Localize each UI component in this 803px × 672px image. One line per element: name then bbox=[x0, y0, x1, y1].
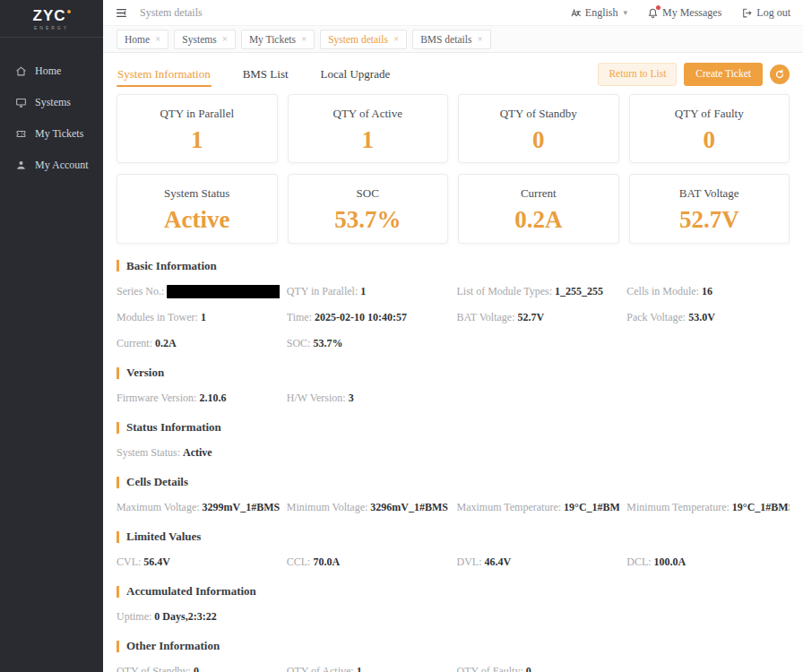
detail-item-value: 70.0A bbox=[313, 556, 340, 568]
section-marker bbox=[117, 477, 119, 488]
breadcrumb-tag-label: BMS details bbox=[420, 34, 471, 45]
stat-card-value: 53.7% bbox=[292, 207, 445, 232]
sidebar-nav: HomeSystemsMy TicketsMy Account bbox=[0, 38, 103, 181]
breadcrumb-tag-my-tickets[interactable]: My Tickets× bbox=[241, 30, 315, 49]
detail-item-current: Current0.2A bbox=[117, 337, 280, 350]
detail-item-soc: SOC53.7% bbox=[287, 337, 450, 350]
section-title-text: Status Information bbox=[126, 420, 221, 435]
refresh-button[interactable] bbox=[770, 65, 790, 84]
breadcrumb-tag-bms-details[interactable]: BMS details× bbox=[412, 30, 490, 49]
detail-item-value: 53.0V bbox=[688, 311, 715, 323]
detail-item-value: 3296mV_1#BMS bbox=[370, 501, 448, 513]
detail-item-qty-of-active: QTY of Active1 bbox=[287, 665, 450, 672]
detail-item-value: 0 Days,2:3:22 bbox=[154, 610, 216, 623]
stat-card-label: QTY of Faulty bbox=[634, 107, 786, 121]
detail-item-label: DVL bbox=[457, 556, 485, 568]
detail-item-label: H/W Version bbox=[287, 392, 349, 404]
tab-local-upgrade[interactable]: Local Upgrade bbox=[320, 58, 392, 90]
section-version: VersionFirmware Version2.10.6H/W Version… bbox=[117, 366, 790, 405]
section-marker bbox=[117, 641, 119, 652]
detail-item-ccl: CCL70.0A bbox=[287, 556, 450, 569]
section-header: Accumulated Information bbox=[117, 584, 790, 599]
section-header: Limited Values bbox=[117, 530, 790, 544]
detail-item-label: List of Module Types bbox=[457, 285, 556, 297]
detail-item-value: 1_255_255 bbox=[555, 285, 603, 297]
section-status-information: Status InformationSystem StatusActive bbox=[117, 420, 790, 460]
section-marker bbox=[117, 260, 119, 271]
create-ticket-button[interactable]: Create Ticket bbox=[684, 63, 763, 86]
systems-icon bbox=[15, 97, 27, 108]
section-items: QTY of Standby0QTY of Active1QTY of Faul… bbox=[117, 665, 790, 672]
sidebar-item-my-tickets[interactable]: My Tickets bbox=[0, 118, 103, 150]
stat-card-system-status: System StatusActive bbox=[117, 174, 278, 243]
detail-item-dcl: DCL100.0A bbox=[626, 556, 790, 569]
logo-text: ZYC bbox=[0, 8, 103, 23]
close-icon[interactable]: × bbox=[222, 34, 228, 44]
app-window: ZYC ENERGY HomeSystemsMy TicketsMy Accou… bbox=[0, 0, 803, 672]
unread-badge bbox=[656, 5, 661, 10]
breadcrumb-tag-home[interactable]: Home× bbox=[117, 30, 168, 49]
detail-item-maximum-voltage: Maximum Voltage3299mV_1#BMS bbox=[117, 501, 280, 514]
breadcrumb-tag-system-details[interactable]: System details× bbox=[320, 30, 407, 49]
detail-item-label: System Status bbox=[117, 446, 183, 459]
detail-item-label: Cells in Module bbox=[626, 285, 702, 297]
my-messages[interactable]: My Messages bbox=[647, 6, 721, 20]
detail-item-value: 0 bbox=[194, 665, 199, 672]
section-accumulated-information: Accumulated InformationUptime0 Days,2:3:… bbox=[117, 584, 790, 624]
stat-card-value: 0 bbox=[462, 127, 615, 152]
detail-item-maximum-temperature: Maximum Temperature19°C_1#BMS bbox=[457, 501, 620, 514]
detail-item-cvl: CVL56.4V bbox=[117, 556, 280, 569]
breadcrumb-tag-label: System details bbox=[328, 34, 388, 45]
detail-item-time: Time2025-02-10 10:40:57 bbox=[287, 311, 450, 324]
close-icon[interactable]: × bbox=[393, 34, 399, 44]
stat-card-label: System Status bbox=[121, 186, 273, 201]
logout[interactable]: Log out bbox=[741, 6, 790, 20]
tickets-icon bbox=[15, 128, 27, 140]
bell-icon bbox=[647, 7, 659, 19]
detail-item-value: 16 bbox=[702, 285, 712, 297]
detail-item-value: 1 bbox=[357, 665, 362, 672]
tab-bms-list[interactable]: BMS List bbox=[242, 58, 289, 90]
tab-system-information[interactable]: System Information bbox=[117, 58, 212, 90]
section-items: CVL56.4VCCL70.0ADVL46.4VDCL100.0A bbox=[117, 556, 790, 569]
section-title-text: Limited Values bbox=[126, 530, 201, 544]
close-icon[interactable]: × bbox=[301, 34, 307, 44]
page-title: System details bbox=[140, 6, 203, 20]
sidebar-item-my-account[interactable]: My Account bbox=[0, 150, 103, 181]
detail-item-label: QTY in Parallel bbox=[287, 285, 361, 297]
language-label: English bbox=[585, 6, 618, 20]
stat-card-qty-of-standby: QTY of Standby0 bbox=[458, 94, 619, 163]
redacted-value bbox=[167, 285, 279, 298]
actions: Return to List Create Ticket bbox=[598, 63, 790, 86]
sidebar-item-home[interactable]: Home bbox=[0, 56, 103, 87]
stat-card-label: Current bbox=[462, 186, 615, 201]
messages-label: My Messages bbox=[662, 6, 721, 20]
close-icon[interactable]: × bbox=[155, 34, 160, 44]
stat-card-soc: SOC53.7% bbox=[288, 174, 449, 243]
topbar-right: English ▾ My Messages bbox=[570, 6, 790, 20]
sidebar: ZYC ENERGY HomeSystemsMy TicketsMy Accou… bbox=[0, 0, 103, 672]
section-items: Maximum Voltage3299mV_1#BMSMinimum Volta… bbox=[117, 501, 790, 514]
section-header: Status Information bbox=[117, 420, 790, 435]
section-limited-values: Limited ValuesCVL56.4VCCL70.0ADVL46.4VDC… bbox=[117, 530, 790, 569]
close-icon[interactable]: × bbox=[477, 34, 482, 44]
detail-item-dvl: DVL46.4V bbox=[457, 556, 620, 569]
language-switcher[interactable]: English ▾ bbox=[570, 6, 627, 20]
stat-card-label: SOC bbox=[292, 186, 445, 201]
detail-item-qty-of-faulty: QTY of Faulty0 bbox=[457, 665, 620, 672]
detail-item-value: 3 bbox=[349, 392, 354, 404]
stat-card-value: 1 bbox=[121, 127, 273, 152]
stat-cards: QTY in Parallel1QTY of Active1QTY of Sta… bbox=[117, 94, 790, 244]
stat-card-bat-voltage: BAT Voltage52.7V bbox=[629, 174, 790, 243]
breadcrumb-tag-systems[interactable]: Systems× bbox=[174, 30, 236, 49]
detail-item-uptime: Uptime0 Days,2:3:22 bbox=[117, 610, 280, 624]
return-to-list-button[interactable]: Return to List bbox=[598, 63, 677, 86]
stat-card-label: QTY in Parallel bbox=[121, 107, 273, 121]
sidebar-collapse-icon[interactable] bbox=[115, 7, 128, 19]
detail-item-value: 46.4V bbox=[485, 556, 512, 568]
detail-item-label: BAT Voltage bbox=[457, 311, 518, 323]
sidebar-item-systems[interactable]: Systems bbox=[0, 87, 103, 118]
detail-item-value: 0.2A bbox=[155, 337, 177, 349]
stat-card-value: 1 bbox=[292, 127, 445, 152]
detail-item-label: Minimum Voltage bbox=[287, 501, 371, 513]
